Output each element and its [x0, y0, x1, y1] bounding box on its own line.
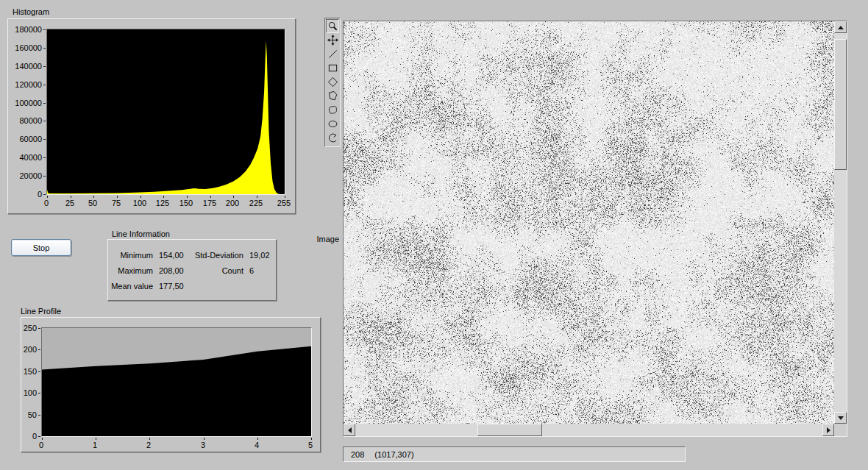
scrollbar-corner — [834, 424, 847, 436]
y-tick-mark — [38, 436, 40, 437]
line_profile-y-tick-label: 200 — [21, 345, 37, 354]
arrow-up-icon — [838, 26, 844, 29]
x-tick-mark — [187, 196, 188, 198]
line_profile-x-tick-label: 2 — [134, 441, 163, 449]
zoom-tool-icon[interactable] — [326, 19, 339, 33]
histogram-y-tick-label: 20000 — [8, 171, 42, 180]
rotated-rectangle-tool-icon[interactable] — [326, 75, 339, 89]
x-tick-mark — [204, 438, 204, 440]
line_profile-x-tick-label: 0 — [26, 441, 56, 449]
y-tick-mark — [43, 139, 46, 140]
pixel-value: 208 — [351, 450, 364, 459]
freehand-tool-icon[interactable] — [326, 103, 339, 117]
vertical-scroll-thumb[interactable] — [834, 39, 847, 170]
line_profile-y-tick-label: 50 — [21, 410, 37, 419]
count-value: 6 — [243, 266, 271, 276]
histogram-x-tick-label: 255 — [269, 199, 299, 207]
arrow-right-icon — [827, 427, 830, 433]
cursor-coordinates: (1017,307) — [374, 450, 413, 459]
histogram-y-tick-label: 180000 — [8, 25, 42, 34]
annulus-tool-icon[interactable] — [326, 131, 339, 145]
polygon-tool-icon[interactable] — [326, 89, 339, 103]
histogram-x-tick-label: 225 — [241, 199, 271, 207]
status-bar: 208 (1017,307) — [343, 446, 686, 462]
horizontal-scroll-thumb[interactable] — [477, 424, 542, 436]
y-tick-mark — [38, 328, 40, 329]
horizontal-scrollbar[interactable] — [344, 424, 834, 436]
arrow-left-icon — [348, 427, 352, 433]
scroll-up-button[interactable] — [834, 21, 847, 33]
pan-tool-icon[interactable] — [326, 33, 339, 47]
count-label: Count — [189, 266, 243, 276]
x-tick-mark — [257, 196, 257, 198]
histogram-label: Histogram — [13, 7, 49, 16]
arrow-down-icon — [838, 416, 844, 420]
minimum-label: Minimum — [108, 251, 153, 260]
line-information-label: Line Information — [112, 229, 170, 238]
x-tick-mark — [210, 196, 211, 198]
mean-value-value: 177,50 — [153, 282, 189, 291]
y-tick-mark — [43, 48, 46, 49]
y-tick-mark — [38, 349, 40, 350]
line_profile-x-tick-label: 4 — [242, 441, 271, 449]
histogram-plot-area — [46, 29, 285, 195]
image-toolbar — [324, 18, 341, 147]
minimum-value: 154,00 — [153, 251, 189, 260]
y-tick-mark — [43, 121, 46, 121]
scroll-down-button[interactable] — [834, 412, 847, 424]
y-tick-mark — [43, 176, 46, 177]
y-tick-mark — [43, 103, 46, 104]
y-tick-mark — [38, 393, 40, 394]
x-tick-mark — [257, 438, 258, 440]
y-tick-mark — [43, 29, 46, 30]
y-tick-mark — [43, 157, 46, 158]
scroll-left-button[interactable] — [344, 424, 355, 436]
oval-tool-icon[interactable] — [326, 117, 339, 131]
std-deviation-label: Std-Deviation — [189, 251, 243, 260]
histogram-y-tick-label: 140000 — [8, 62, 42, 71]
std-deviation-value: 19,02 — [243, 251, 271, 260]
line_profile-y-tick-label: 250 — [21, 324, 37, 332]
y-tick-mark — [38, 371, 40, 372]
line-tool-icon[interactable] — [326, 47, 339, 61]
x-tick-mark — [42, 438, 43, 440]
histogram-y-tick-label: 0 — [8, 190, 42, 199]
maximum-value: 208,00 — [153, 266, 189, 276]
labview-front-panel: Histogram 020000400006000080000100000120… — [0, 0, 868, 470]
line-information-group: Minimum 154,00 Std-Deviation 19,02 Maxim… — [107, 239, 277, 301]
line_profile-y-tick-label: 150 — [21, 367, 37, 376]
x-tick-mark — [285, 196, 285, 198]
x-tick-mark — [149, 438, 150, 440]
image-label: Image — [313, 235, 339, 243]
x-tick-mark — [47, 196, 48, 198]
line-profile-label: Line Profile — [21, 307, 61, 316]
histogram-y-tick-label: 120000 — [8, 80, 42, 89]
y-tick-mark — [43, 85, 46, 85]
rectangle-tool-icon[interactable] — [326, 61, 339, 75]
line_profile-x-tick-label: 5 — [296, 441, 325, 449]
line_profile-y-tick-label: 100 — [21, 388, 37, 397]
histogram-y-tick-label: 160000 — [8, 43, 42, 52]
vertical-scrollbar[interactable] — [834, 21, 847, 424]
maximum-label: Maximum — [108, 266, 153, 276]
line_profile-plot-area — [41, 327, 312, 437]
scroll-right-button[interactable] — [822, 424, 834, 436]
y-tick-mark — [43, 194, 46, 195]
x-tick-mark — [311, 438, 312, 440]
x-tick-mark — [93, 196, 94, 198]
x-tick-mark — [71, 196, 71, 198]
histogram-chart: 0200004000060000800001000001200001400001… — [7, 18, 296, 214]
x-tick-mark — [233, 196, 234, 198]
line-profile-chart: 050100150200250012345 — [21, 317, 321, 452]
stop-button[interactable]: Stop — [11, 239, 71, 256]
histogram-y-tick-label: 100000 — [8, 99, 42, 107]
line_profile-x-tick-label: 3 — [188, 441, 218, 449]
y-tick-mark — [38, 415, 40, 416]
histogram-y-tick-label: 80000 — [8, 116, 42, 125]
line-information-grid: Minimum 154,00 Std-Deviation 19,02 Maxim… — [108, 240, 276, 291]
histogram-y-tick-label: 60000 — [8, 135, 42, 143]
histogram-y-tick-label: 40000 — [8, 153, 42, 162]
image-canvas[interactable] — [344, 21, 834, 424]
image-display — [343, 21, 847, 437]
x-tick-mark — [140, 196, 141, 198]
